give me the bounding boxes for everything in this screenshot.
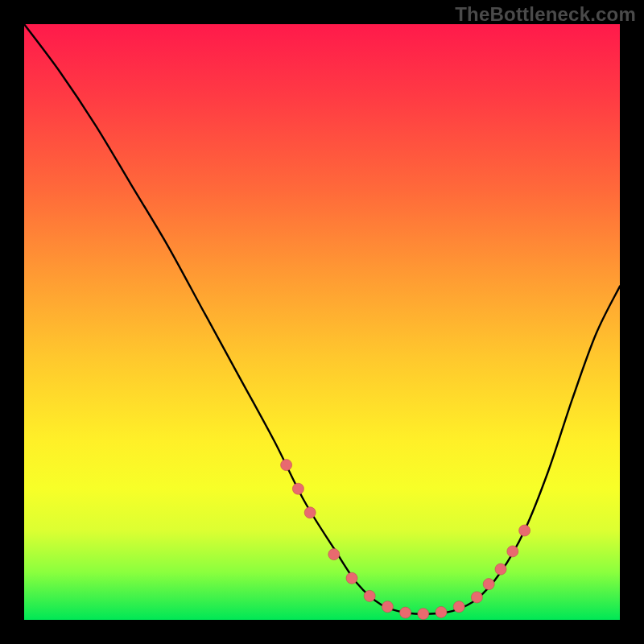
plot-area bbox=[24, 24, 620, 620]
curve-svg bbox=[24, 24, 620, 620]
marker-point bbox=[328, 549, 340, 560]
marker-point bbox=[281, 460, 292, 471]
marker-point bbox=[519, 525, 530, 536]
marker-point bbox=[382, 601, 393, 613]
chart-frame: TheBottleneck.com bbox=[0, 0, 644, 644]
marker-point bbox=[507, 546, 518, 557]
marker-point bbox=[418, 609, 429, 620]
marker-point bbox=[483, 579, 494, 590]
bottleneck-curve bbox=[24, 24, 620, 614]
highlight-markers bbox=[281, 460, 530, 620]
marker-point bbox=[453, 601, 464, 613]
marker-point bbox=[364, 590, 375, 601]
marker-point bbox=[346, 572, 357, 584]
marker-point bbox=[292, 483, 303, 494]
marker-point bbox=[495, 564, 506, 575]
marker-point bbox=[304, 507, 316, 518]
marker-point bbox=[400, 607, 411, 618]
marker-point bbox=[471, 592, 482, 603]
marker-point bbox=[436, 606, 447, 617]
attribution-label: TheBottleneck.com bbox=[455, 3, 636, 26]
